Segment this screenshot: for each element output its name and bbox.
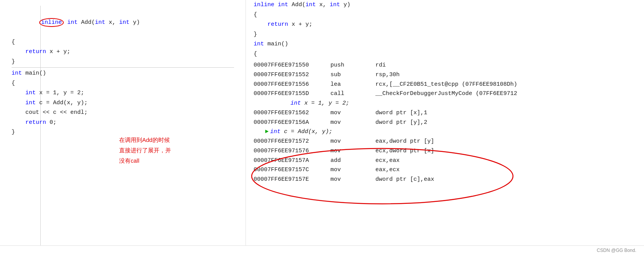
asm-row-3: 00007FF6EE971556 lea rcx,[__CF2E0B51_tes… xyxy=(254,80,636,90)
asm-area: 00007FF6EE971550 push rdi 00007FF6EE9715… xyxy=(254,61,636,185)
asm-addr-10: 00007FF6EE97157C xyxy=(254,165,330,175)
code-line-3: return x + y; xyxy=(12,47,234,57)
asm-instr-11: mov xyxy=(330,175,375,185)
kw-int-c: int xyxy=(25,100,36,106)
kw-int-x: int xyxy=(25,90,36,96)
asm-row-2: 00007FF6EE971552 sub rsp,30h xyxy=(254,70,636,80)
rh-line-1: inline int Add(int x, int y) xyxy=(254,0,636,10)
asm-op-5: dword ptr [x],1 xyxy=(375,108,427,118)
asm-instr-10: mov xyxy=(330,165,375,175)
asm-row-5: 00007FF6EE971562 mov dword ptr [x],1 xyxy=(254,108,636,118)
annotation-line-1: 在调用到Add的时候 xyxy=(119,135,171,145)
separator xyxy=(12,67,234,68)
kw-int-1: int xyxy=(64,19,78,26)
asm-addr-6: 00007FF6EE97156A xyxy=(254,118,330,128)
asm-row-10: 00007FF6EE97157C mov eax,ecx xyxy=(254,165,636,175)
asm-row-1: 00007FF6EE971550 push rdi xyxy=(254,61,636,70)
kw-int-main: int xyxy=(12,70,22,77)
asm-instr-4: call xyxy=(330,89,375,99)
footer: CSDN @GG Bond. xyxy=(0,245,644,255)
asm-addr-3: 00007FF6EE971556 xyxy=(254,80,330,90)
asm-addr-9: 00007FF6EE97157A xyxy=(254,156,330,166)
asm-instr-2: sub xyxy=(330,70,375,80)
asm-instr-3: lea xyxy=(330,80,375,90)
footer-credit: CSDN @GG Bond. xyxy=(597,248,636,253)
asm-op-9: ecx,eax xyxy=(375,156,400,166)
code-line-6: { xyxy=(12,78,234,88)
asm-op-2: rsp,30h xyxy=(375,70,400,80)
asm-op-11: dword ptr [c],eax xyxy=(375,175,434,185)
asm-row-9: 00007FF6EE97157A add ecx,eax xyxy=(254,156,636,166)
asm-op-10: eax,ecx xyxy=(375,165,400,175)
fn-add: Add( xyxy=(78,19,95,26)
code-line-5: int main() xyxy=(12,68,234,78)
asm-op-1: rdi xyxy=(375,61,386,70)
rh-line-3: return x + y; xyxy=(254,20,636,30)
asm-op-3: rcx,[__CF2E0B51_test@cpp (07FF6EE98108Dh… xyxy=(375,80,517,90)
code-line-8: int c = Add(x, y); xyxy=(12,98,234,108)
asm-addr-5: 00007FF6EE971562 xyxy=(254,108,330,118)
left-panel: inline int Add(int x, int y) { return x … xyxy=(0,0,246,245)
code-line-1: inline int Add(int x, int y) xyxy=(12,8,234,37)
asm-row-4: 00007FF6EE97155D call __CheckForDebugger… xyxy=(254,89,636,99)
asm-row-7: 00007FF6EE971572 mov eax,dword ptr [y] xyxy=(254,137,636,147)
asm-code-comment-1: int x = 1, y = 2; xyxy=(254,99,636,108)
asm-addr-4: 00007FF6EE97155D xyxy=(254,89,330,99)
asm-row-11: 00007FF6EE97157E mov dword ptr [c],eax xyxy=(254,175,636,185)
asm-instr-7: mov xyxy=(330,137,375,147)
rh-line-5: int main() xyxy=(254,39,636,49)
asm-addr-2: 00007FF6EE971552 xyxy=(254,70,330,80)
asm-op-7: eax,dword ptr [y] xyxy=(375,137,434,147)
right-header: inline int Add(int x, int y) { return x … xyxy=(254,0,636,59)
code-line-7: int x = 1, y = 2; xyxy=(12,88,234,98)
code-line-10: return 0; xyxy=(12,118,234,128)
rh-line-6: { xyxy=(254,49,636,59)
kw-int-2: int xyxy=(95,19,105,26)
code-line-2: { xyxy=(12,37,234,47)
code-line-9: cout << c << endl; xyxy=(12,108,234,118)
asm-addr-8: 00007FF6EE971576 xyxy=(254,147,330,156)
kw-return: return xyxy=(25,48,46,55)
annotation-line-2: 直接进行了展开，并 xyxy=(119,145,171,155)
inline-keyword-circled: inline xyxy=(39,18,64,27)
kw-return-2: return xyxy=(25,119,46,126)
asm-instr-6: mov xyxy=(330,118,375,128)
asm-addr-11: 00007FF6EE97157E xyxy=(254,175,330,185)
asm-instr-8: mov xyxy=(330,147,375,156)
code-comment-text-2: int c = Add(x, y); xyxy=(270,127,332,137)
annotation-text: 在调用到Add的时候 直接进行了展开，并 没有call xyxy=(119,135,171,166)
asm-instr-5: mov xyxy=(330,108,375,118)
asm-row-6: 00007FF6EE97156A mov dword ptr [y],2 xyxy=(254,118,636,128)
kw-int-3: int xyxy=(119,19,129,26)
asm-arrow-icon: ► xyxy=(265,127,269,137)
code-comment-text-1: int x = 1, y = 2; xyxy=(277,99,349,108)
right-panel: inline int Add(int x, int y) { return x … xyxy=(246,0,644,245)
left-code-block: inline int Add(int x, int y) { return x … xyxy=(12,8,234,137)
asm-op-8: ecx,dword ptr [x] xyxy=(375,147,434,156)
rh-line-2: { xyxy=(254,10,636,20)
asm-instr-1: push xyxy=(330,61,375,70)
annotation-line-3: 没有call xyxy=(119,155,171,166)
rh-line-4: } xyxy=(254,30,636,40)
asm-instr-9: add xyxy=(330,156,375,166)
code-line-4: } xyxy=(12,57,234,67)
asm-code-comment-2: ► int c = Add(x, y); xyxy=(254,127,636,137)
asm-row-8: 00007FF6EE971576 mov ecx,dword ptr [x] xyxy=(254,147,636,156)
asm-op-6: dword ptr [y],2 xyxy=(375,118,427,128)
asm-op-4: __CheckForDebuggerJustMyCode (07FF6EE971… xyxy=(375,89,517,99)
asm-addr-1: 00007FF6EE971550 xyxy=(254,61,330,70)
asm-addr-7: 00007FF6EE971572 xyxy=(254,137,330,147)
